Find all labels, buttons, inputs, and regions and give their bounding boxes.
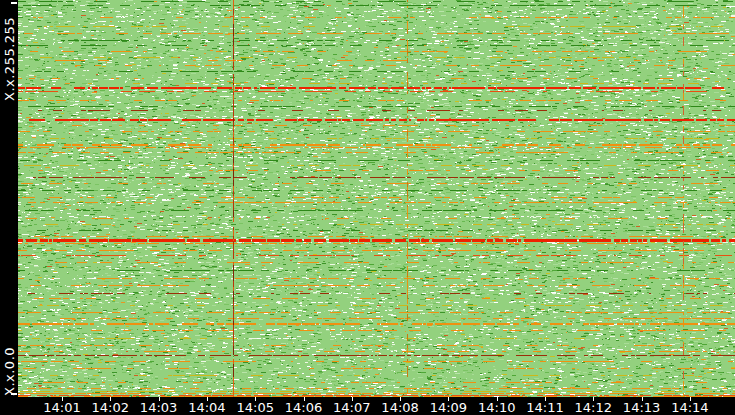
y-axis-max-label: X.x.255.255 xyxy=(3,17,16,101)
y-axis-min-label: X.x.0.0 xyxy=(3,347,16,396)
x-axis-tick-label: 14:08 xyxy=(381,401,418,415)
x-axis-tick-label: 14:11 xyxy=(526,401,563,415)
x-axis-tick-label: 14:04 xyxy=(188,401,225,415)
x-axis-tick-label: 14:06 xyxy=(285,401,322,415)
x-axis-tick-label: 14:01 xyxy=(43,401,80,415)
x-axis-tick-label: 14:14 xyxy=(671,401,708,415)
y-axis: X.x.255.255 X.x.0.0 xyxy=(0,0,18,397)
traffic-visualization-screen: X.x.255.255 X.x.0.0 14:0114:0214:0314:04… xyxy=(0,0,735,415)
x-axis-tick-label: 14:10 xyxy=(478,401,515,415)
traffic-heatmap-plot[interactable] xyxy=(18,0,735,397)
x-axis-tick-label: 14:05 xyxy=(236,401,273,415)
y-axis-bottom-tick-mark xyxy=(11,393,17,395)
x-axis-tick-label: 14:02 xyxy=(92,401,129,415)
y-axis-top-tick-mark xyxy=(11,2,17,4)
x-axis-tick-label: 14:09 xyxy=(430,401,467,415)
x-axis-tick-label: 14:13 xyxy=(623,401,660,415)
x-axis: 14:0114:0214:0314:0414:0514:0614:0714:08… xyxy=(0,397,735,415)
x-axis-tick-label: 14:12 xyxy=(575,401,612,415)
x-axis-tick-label: 14:03 xyxy=(140,401,177,415)
x-axis-tick-label: 14:07 xyxy=(333,401,370,415)
